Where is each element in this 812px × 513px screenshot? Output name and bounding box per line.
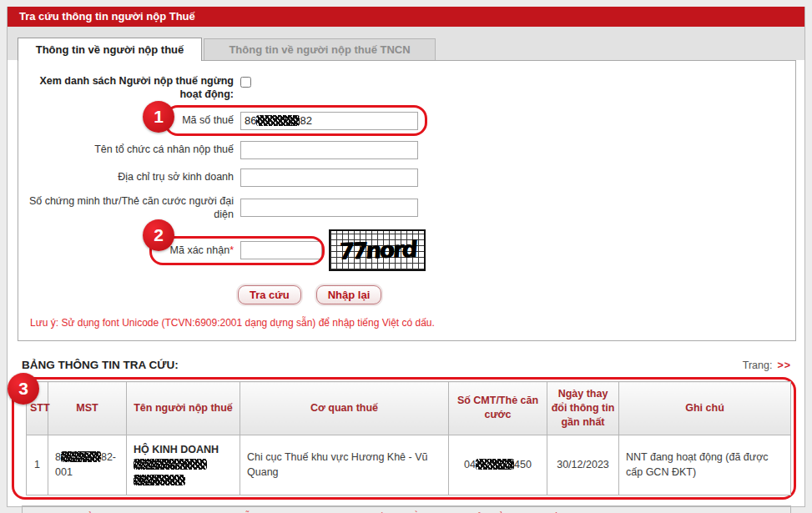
cell-mst-suffix: 82- — [101, 451, 116, 463]
inactive-taxpayers-label: Xem danh sách Người nộp thuế ngừng hoạt … — [18, 74, 234, 102]
tab-taxpayer-info-tncn[interactable]: Thông tin về người nộp thuế TNCN — [204, 38, 436, 60]
cell-id-card-redacted — [476, 459, 514, 470]
cell-note: NNT đang hoạt động (đã được cấp GCN ĐKT) — [619, 435, 791, 495]
cell-last-change: 30/12/2023 — [547, 435, 619, 495]
paging-top-label: Trang: — [743, 360, 773, 371]
col-tax-office: Cơ quan thuế — [240, 382, 449, 435]
col-mst: MST — [48, 382, 127, 435]
tax-code-label: Mã số thuế — [18, 113, 234, 127]
footer-bar: Lưu ý: Các tổ chức, cá nhân khi đăng tải… — [22, 505, 791, 513]
paging-top: Trang:>> — [743, 360, 791, 371]
cell-mst-redacted — [61, 451, 101, 462]
captcha-row: Mã xác nhận* 77nord 2 — [18, 229, 795, 271]
captcha-image-text: 77nord — [338, 236, 416, 265]
table-row: 1 882-001 HỘ KINH DOANH Chi cục Thuế khu… — [27, 435, 791, 495]
cell-taxpayer-name-redacted — [134, 457, 233, 489]
tab-taxpayer-info[interactable]: Thông tin về người nộp thuế — [18, 38, 202, 61]
tab-taxpayer-info-label: Thông tin về người nộp thuế — [36, 43, 184, 56]
col-stt: STT — [27, 382, 48, 435]
main-window: Tra cứu thông tin người nộp Thuế Thông t… — [7, 7, 805, 507]
cell-taxpayer-name-line1: HỘ KINH DOANH — [134, 442, 233, 457]
results-header: BẢNG THÔNG TIN TRA CỨU: Trang:>> — [22, 359, 791, 371]
tab-bar: Thông tin về người nộp thuế Thông tin về… — [8, 27, 804, 60]
unicode-note: Lưu ý: Sử dụng font Unicode (TCVN:6909:2… — [30, 317, 795, 329]
tab-taxpayer-info-tncn-label: Thông tin về người nộp thuế TNCN — [229, 43, 410, 56]
inactive-taxpayers-checkbox[interactable] — [240, 77, 251, 88]
cell-stt: 1 — [27, 435, 48, 495]
tax-code-value-suffix: 82 — [300, 114, 311, 127]
results-table: STT MST Tên người nộp thuế Cơ quan thuế … — [26, 381, 791, 495]
id-card-label: Số chứng minh thư/Thẻ căn cước người đại… — [18, 194, 234, 222]
results-table-wrapper: 3 STT MST Tên người nộp thuế Cơ quan thu… — [12, 377, 796, 500]
col-last-change: Ngày thay đổi thông tin gần nhất — [547, 382, 619, 435]
reset-button[interactable]: Nhập lại — [316, 285, 382, 304]
search-form-panel: Xem danh sách Người nộp thuế ngừng hoạt … — [18, 60, 796, 341]
search-button[interactable]: Tra cứu — [238, 285, 301, 304]
cell-mst: 882-001 — [48, 435, 127, 495]
cell-mst-line2: 001 — [55, 466, 73, 478]
cell-id-card-suffix: 450 — [514, 459, 532, 470]
results-title: BẢNG THÔNG TIN TRA CỨU: — [22, 359, 179, 371]
cell-taxpayer-name: HỘ KINH DOANH — [127, 435, 240, 495]
redacted-name-line3 — [134, 475, 185, 485]
org-name-label: Tên tổ chức cá nhân nộp thuế — [18, 143, 234, 156]
paging-top-next-link[interactable]: >> — [777, 360, 791, 371]
cell-id-card-prefix: 04 — [464, 459, 476, 470]
id-card-input[interactable] — [240, 199, 418, 217]
captcha-input[interactable] — [240, 241, 322, 259]
address-input[interactable] — [240, 168, 418, 187]
captcha-required-mark: * — [229, 244, 234, 256]
tax-code-input[interactable]: 8682 — [240, 112, 418, 130]
redacted-name-line2 — [134, 459, 207, 470]
results-table-header-row: STT MST Tên người nộp thuế Cơ quan thuế … — [27, 382, 791, 435]
tax-code-row: Mã số thuế 8682 1 — [18, 112, 795, 130]
cell-mst-prefix: 8 — [55, 451, 61, 463]
form-buttons: Tra cứu Nhập lại — [238, 285, 795, 304]
col-note: Ghi chú — [619, 382, 791, 435]
inactive-taxpayers-row: Xem danh sách Người nộp thuế ngừng hoạt … — [18, 74, 795, 102]
captcha-label: Mã xác nhận* — [18, 244, 234, 257]
captcha-image: 77nord — [329, 229, 426, 271]
address-label: Địa chỉ trụ sở kinh doanh — [18, 170, 234, 184]
col-taxpayer-name: Tên người nộp thuế — [127, 382, 240, 435]
id-card-row: Số chứng minh thư/Thẻ căn cước người đại… — [18, 194, 795, 222]
org-name-row: Tên tổ chức cá nhân nộp thuế — [18, 141, 795, 159]
address-row: Địa chỉ trụ sở kinh doanh — [18, 168, 795, 187]
col-id-card: Số CMT/Thẻ căn cước — [449, 382, 547, 435]
org-name-input[interactable] — [240, 141, 418, 159]
cell-id-card: 04450 — [449, 435, 547, 495]
cell-tax-office: Chi cục Thuế khu vực Hương Khê - Vũ Quan… — [240, 435, 449, 495]
captcha-label-text: Mã xác nhận — [170, 244, 230, 256]
tax-code-value-prefix: 86 — [245, 114, 256, 127]
page-title: Tra cứu thông tin người nộp Thuế — [8, 7, 804, 27]
tax-code-redacted — [256, 115, 300, 126]
